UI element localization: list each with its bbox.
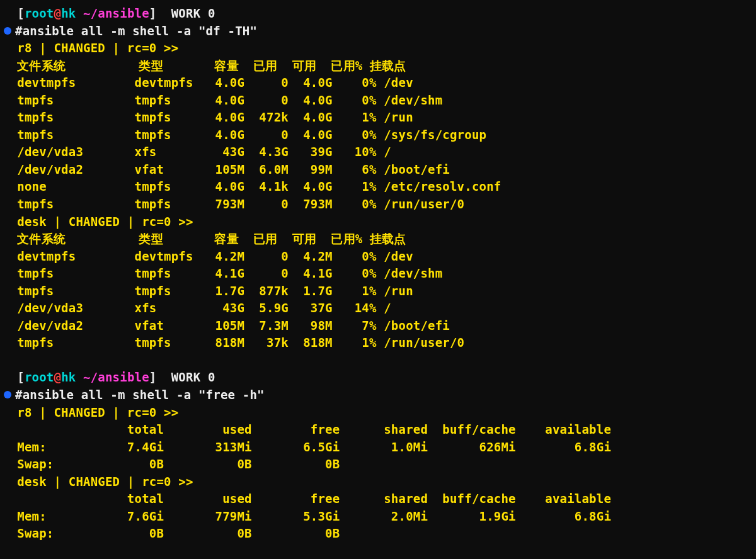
df-row: tmpfs tmpfs 4.0G 472k 4.0G 1% /run — [3, 109, 756, 127]
df-row: /dev/vda2 vfat 105M 7.3M 98M 7% /boot/ef… — [3, 317, 756, 335]
df-row: /dev/vda2 vfat 105M 6.0M 99M 6% /boot/ef… — [3, 161, 756, 179]
prompt-dot-icon — [4, 391, 11, 398]
command-line[interactable]: #ansible all -m shell -a "df -TH" — [3, 23, 756, 40]
ansible-status: desk | CHANGED | rc=0 >> — [3, 473, 756, 491]
prompt-line[interactable]: [root@hk ~/ansible] WORK 0 — [3, 5, 756, 23]
free-mem-row: Mem: 7.4Gi 313Mi 6.5Gi 1.0Mi 626Mi 6.8Gi — [3, 439, 756, 456]
free-swap-row: Swap: 0B 0B 0B — [3, 456, 756, 473]
ansible-status: r8 | CHANGED | rc=0 >> — [3, 40, 756, 57]
blank-line — [3, 352, 756, 370]
df-row: tmpfs tmpfs 818M 37k 818M 1% /run/user/0 — [3, 334, 756, 352]
ansible-status: r8 | CHANGED | rc=0 >> — [3, 404, 756, 422]
prompt-dot-icon — [4, 27, 11, 35]
command-line[interactable]: #ansible all -m shell -a "free -h" — [3, 387, 756, 404]
terminal-output: [root@hk ~/ansible] WORK 0#ansible all -… — [3, 5, 756, 543]
df-row: devtmpfs devtmpfs 4.0G 0 4.0G 0% /dev — [3, 74, 756, 92]
df-header: 文件系统 类型 容量 已用 可用 已用% 挂载点 — [3, 230, 756, 248]
df-row: /dev/vda3 xfs 43G 5.9G 37G 14% / — [3, 300, 756, 317]
df-row: tmpfs tmpfs 4.1G 0 4.1G 0% /dev/shm — [3, 265, 756, 283]
df-row: none tmpfs 4.0G 4.1k 4.0G 1% /etc/resolv… — [3, 178, 756, 196]
df-row: tmpfs tmpfs 1.7G 877k 1.7G 1% /run — [3, 283, 756, 300]
df-row: devtmpfs devtmpfs 4.2M 0 4.2M 0% /dev — [3, 248, 756, 266]
free-header: total used free shared buff/cache availa… — [3, 421, 756, 439]
df-row: /dev/vda3 xfs 43G 4.3G 39G 10% / — [3, 144, 756, 161]
df-row: tmpfs tmpfs 4.0G 0 4.0G 0% /sys/fs/cgrou… — [3, 127, 756, 144]
ansible-status: desk | CHANGED | rc=0 >> — [3, 213, 756, 231]
free-mem-row: Mem: 7.6Gi 779Mi 5.3Gi 2.0Mi 1.9Gi 6.8Gi — [3, 508, 756, 526]
df-row: tmpfs tmpfs 793M 0 793M 0% /run/user/0 — [3, 196, 756, 213]
prompt-line[interactable]: [root@hk ~/ansible] WORK 0 — [3, 369, 756, 387]
df-header: 文件系统 类型 容量 已用 可用 已用% 挂载点 — [3, 57, 756, 75]
df-row: tmpfs tmpfs 4.0G 0 4.0G 0% /dev/shm — [3, 92, 756, 110]
free-swap-row: Swap: 0B 0B 0B — [3, 525, 756, 543]
free-header: total used free shared buff/cache availa… — [3, 490, 756, 508]
